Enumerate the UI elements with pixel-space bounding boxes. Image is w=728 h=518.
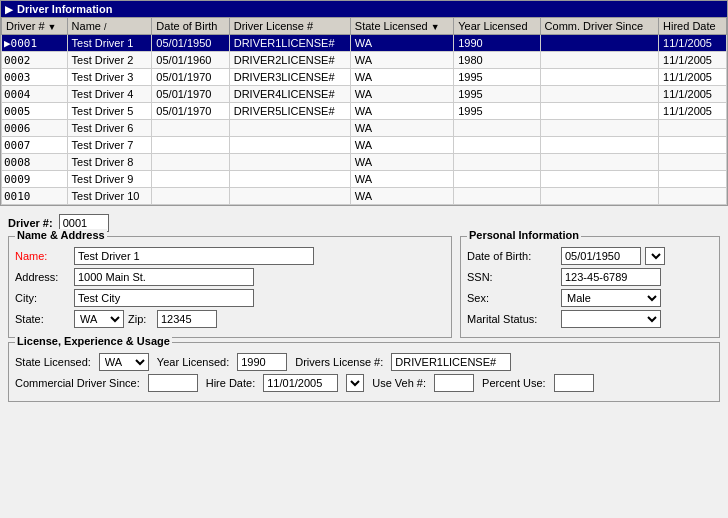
zip-label: Zip: <box>128 313 153 325</box>
table-row[interactable]: 0007Test Driver 7WA <box>2 137 727 154</box>
driver-table: Driver # ▼ Name / Date of Birth Driver L… <box>1 17 727 205</box>
name-address-fieldset: Name & Address Name: Address: City: Stat… <box>8 236 452 338</box>
percent-use-label: Percent Use: <box>482 377 546 389</box>
state-label: State: <box>15 313 70 325</box>
dob-label: Date of Birth: <box>467 250 557 262</box>
address-row: Address: <box>15 268 445 286</box>
col-license[interactable]: Driver License # <box>229 18 350 35</box>
marital-row: Marital Status: SingleMarriedDivorced <box>467 310 713 328</box>
drivers-license-label: Drivers License #: <box>295 356 383 368</box>
name-addr-legend: Name & Address <box>15 229 107 241</box>
state-licensed-label: State Licensed: <box>15 356 91 368</box>
col-hired[interactable]: Hired Date <box>659 18 727 35</box>
col-name[interactable]: Name / <box>67 18 152 35</box>
table-row[interactable]: 0009Test Driver 9WA <box>2 171 727 188</box>
comm-driver-input[interactable] <box>148 374 198 392</box>
name-input[interactable] <box>74 247 314 265</box>
table-row[interactable]: 0003Test Driver 305/01/1970DRIVER3LICENS… <box>2 69 727 86</box>
use-veh-input[interactable] <box>434 374 474 392</box>
driver-num-row: Driver #: <box>8 214 720 232</box>
dob-input[interactable] <box>561 247 641 265</box>
dob-dropdown[interactable]: ▼ <box>645 247 665 265</box>
personal-info-fieldset: Personal Information Date of Birth: ▼ SS… <box>460 236 720 338</box>
table-row[interactable]: 0008Test Driver 8WA <box>2 154 727 171</box>
driver-table-section: ▶ Driver Information Driver # ▼ Name / D… <box>0 0 728 206</box>
drivers-license-input[interactable] <box>391 353 511 371</box>
license-fieldset: License, Experience & Usage State Licens… <box>8 342 720 402</box>
sex-row: Sex: MaleFemale <box>467 289 713 307</box>
name-label: Name: <box>15 250 70 262</box>
table-row[interactable]: 0006Test Driver 6WA <box>2 120 727 137</box>
title-text: Driver Information <box>17 3 112 15</box>
zip-input[interactable] <box>157 310 217 328</box>
address-input[interactable] <box>74 268 254 286</box>
form-main-sections: Name & Address Name: Address: City: Stat… <box>8 236 720 338</box>
state-zip-row: State: WAORCAID Zip: <box>15 310 445 328</box>
city-label: City: <box>15 292 70 304</box>
col-dob[interactable]: Date of Birth <box>152 18 229 35</box>
marital-label: Marital Status: <box>467 313 557 325</box>
col-driver-num[interactable]: Driver # ▼ <box>2 18 68 35</box>
ssn-label: SSN: <box>467 271 557 283</box>
marital-select[interactable]: SingleMarriedDivorced <box>561 310 661 328</box>
ssn-row: SSN: <box>467 268 713 286</box>
city-row: City: <box>15 289 445 307</box>
table-row[interactable]: 0004Test Driver 405/01/1970DRIVER4LICENS… <box>2 86 727 103</box>
sex-select[interactable]: MaleFemale <box>561 289 661 307</box>
hire-date-label: Hire Date: <box>206 377 256 389</box>
table-row[interactable]: ▶0001Test Driver 105/01/1950DRIVER1LICEN… <box>2 35 727 52</box>
ssn-input[interactable] <box>561 268 661 286</box>
comm-driver-label: Commercial Driver Since: <box>15 377 140 389</box>
hire-date-input[interactable] <box>263 374 338 392</box>
table-header-row: Driver # ▼ Name / Date of Birth Driver L… <box>2 18 727 35</box>
city-input[interactable] <box>74 289 254 307</box>
hire-date-dropdown[interactable]: ▼ <box>346 374 364 392</box>
license-legend: License, Experience & Usage <box>15 335 172 347</box>
sex-label: Sex: <box>467 292 557 304</box>
year-licensed-input[interactable] <box>237 353 287 371</box>
title-icon: ▶ <box>5 4 13 15</box>
year-licensed-label: Year Licensed: <box>157 356 229 368</box>
personal-info-legend: Personal Information <box>467 229 581 241</box>
driver-form-section: Driver #: Name & Address Name: Address: … <box>0 206 728 406</box>
use-veh-label: Use Veh #: <box>372 377 426 389</box>
col-state[interactable]: State Licensed ▼ <box>350 18 453 35</box>
license-row-1: State Licensed: WAORCA Year Licensed: Dr… <box>15 353 713 371</box>
table-row[interactable]: 0002Test Driver 205/01/1960DRIVER2LICENS… <box>2 52 727 69</box>
address-label: Address: <box>15 271 70 283</box>
col-year[interactable]: Year Licensed <box>454 18 540 35</box>
driver-num-label: Driver #: <box>8 217 53 229</box>
name-row: Name: <box>15 247 445 265</box>
dob-row: Date of Birth: ▼ <box>467 247 713 265</box>
table-row[interactable]: 0010Test Driver 10WA <box>2 188 727 205</box>
table-row[interactable]: 0005Test Driver 505/01/1970DRIVER5LICENS… <box>2 103 727 120</box>
state-select[interactable]: WAORCAID <box>74 310 124 328</box>
license-state-select[interactable]: WAORCA <box>99 353 149 371</box>
col-comm[interactable]: Comm. Driver Since <box>540 18 658 35</box>
title-bar: ▶ Driver Information <box>1 1 727 17</box>
percent-use-input[interactable] <box>554 374 594 392</box>
license-row-2: Commercial Driver Since: Hire Date: ▼ Us… <box>15 374 713 392</box>
